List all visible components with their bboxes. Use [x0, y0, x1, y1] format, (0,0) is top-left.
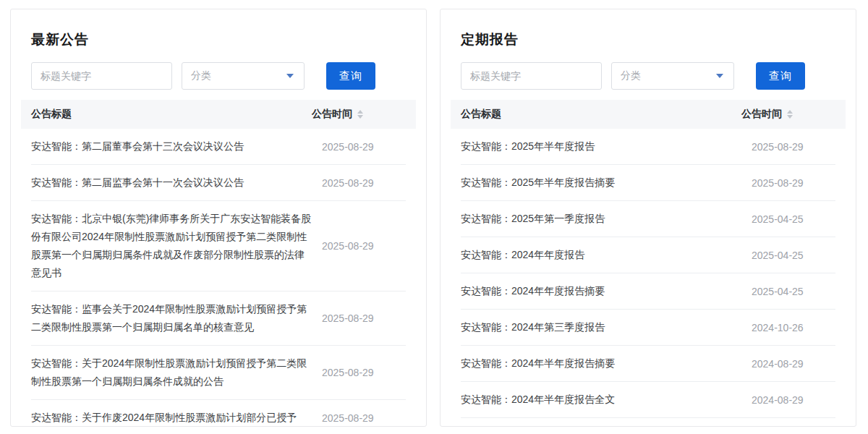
column-header-date-label: 公告时间 — [741, 108, 782, 121]
announcement-date: 2025-08-29 — [322, 240, 406, 252]
column-header-date-label: 公告时间 — [312, 108, 352, 121]
table-header: 公告标题 公告时间 — [451, 100, 846, 129]
panel-title: 定期报告 — [461, 31, 835, 48]
category-select-placeholder: 分类 — [621, 69, 641, 82]
announcement-title[interactable]: 安达智能：2025年第一季度报告 — [461, 210, 752, 228]
announcement-date: 2024-10-26 — [752, 322, 835, 333]
category-select-placeholder: 分类 — [191, 69, 211, 82]
announcement-date: 2025-04-25 — [752, 250, 835, 261]
column-header-title: 公告标题 — [461, 108, 741, 121]
announcement-date: 2025-08-29 — [322, 177, 406, 189]
announcement-date: 2025-04-25 — [752, 286, 835, 297]
announcement-title[interactable]: 安达智能：2025年半年度报告 — [461, 137, 752, 156]
announcement-title[interactable]: 安达智能：监事会关于2024年限制性股票激励计划预留授予第二类限制性股票第一个归… — [31, 300, 322, 336]
table-row[interactable]: 安达智能：2025年半年度报告摘要 2025-08-29 — [461, 165, 835, 201]
table-header: 公告标题 公告时间 — [21, 100, 416, 129]
announcement-date: 2025-08-29 — [322, 412, 406, 424]
column-header-date[interactable]: 公告时间 — [312, 108, 406, 121]
chevron-down-icon — [286, 74, 294, 78]
table-row[interactable]: 安达智能：关于作废2024年限制性股票激励计划部分已授予 2025-08-29 — [31, 400, 406, 427]
category-select[interactable]: 分类 — [611, 62, 734, 90]
announcement-date: 2025-08-29 — [322, 367, 406, 378]
announcement-date: 2024-08-29 — [752, 394, 835, 406]
table-row[interactable]: 安达智能：关于2024年限制性股票激励计划预留授予第二类限制性股票第一个归属期归… — [31, 346, 406, 400]
sort-icon[interactable] — [357, 110, 363, 119]
chevron-down-icon — [716, 74, 723, 78]
announcement-title[interactable]: 安达智能：北京中银(东莞)律师事务所关于广东安达智能装备股份有限公司2024年限… — [31, 210, 322, 282]
announcement-table: 公告标题 公告时间 安达智能：第二届董事会第十三次会议决议公告 2025-08-… — [21, 100, 416, 427]
caret-down-icon — [357, 115, 363, 119]
query-button[interactable]: 查询 — [756, 62, 805, 90]
table-row[interactable]: 安达智能：第二届董事会第十三次会议决议公告 2025-08-29 — [31, 129, 406, 165]
announcement-title[interactable]: 安达智能：关于2024年限制性股票激励计划预留授予第二类限制性股票第一个归属期归… — [31, 354, 322, 391]
column-header-title: 公告标题 — [31, 108, 312, 121]
announcement-title[interactable]: 安达智能：2024年半年度报告摘要 — [461, 354, 752, 373]
announcement-title[interactable]: 安达智能：2024年年度报告摘要 — [461, 282, 752, 300]
table-body: 安达智能：第二届董事会第十三次会议决议公告 2025-08-29 安达智能：第二… — [21, 129, 416, 427]
table-row[interactable]: 安达智能：监事会关于2024年限制性股票激励计划预留授予第二类限制性股票第一个归… — [31, 292, 406, 346]
announcement-date: 2025-08-29 — [322, 312, 406, 324]
table-row[interactable]: 安达智能：2025年第一季度报告 2025-04-25 — [461, 201, 835, 237]
announcement-title[interactable]: 安达智能：2024年半年度报告全文 — [461, 391, 752, 409]
table-row[interactable]: 安达智能：2024年年度报告 2025-04-25 — [461, 237, 835, 273]
announcement-date: 2024-08-29 — [752, 358, 835, 370]
panel: 定期报告 分类 查询 公告标题 公告时间 安达智能：2025年半 — [440, 9, 856, 427]
filter-bar: 分类 查询 — [31, 62, 406, 90]
table-row[interactable]: 安达智能：北京中银(东莞)律师事务所关于广东安达智能装备股份有限公司2024年限… — [31, 201, 406, 292]
announcement-title[interactable]: 安达智能：2024年年度报告 — [461, 246, 752, 264]
table-row[interactable]: 安达智能：2024年半年度报告全文 2024-08-29 — [461, 382, 835, 418]
table-row[interactable]: 安达智能：2025年半年度报告 2025-08-29 — [461, 129, 835, 165]
announcement-date: 2025-04-25 — [752, 213, 835, 225]
table-row[interactable]: 安达智能：2024年第三季度报告 2024-10-26 — [461, 310, 835, 346]
sort-icon[interactable] — [787, 110, 793, 119]
announcement-title[interactable]: 安达智能：关于作废2024年限制性股票激励计划部分已授予 — [31, 409, 322, 427]
keyword-input[interactable] — [461, 62, 602, 90]
column-header-date[interactable]: 公告时间 — [741, 108, 835, 121]
filter-bar: 分类 查询 — [461, 62, 835, 90]
table-row[interactable]: 安达智能：2024年半年度报告摘要 2024-08-29 — [461, 346, 835, 382]
category-select[interactable]: 分类 — [182, 62, 305, 90]
announcement-title[interactable]: 安达智能：2024年第三季度报告 — [461, 318, 752, 336]
announcement-boards: 最新公告 分类 查询 公告标题 公告时间 安达智能：第二届董事会 — [0, 0, 868, 427]
announcement-title[interactable]: 安达智能：2025年半年度报告摘要 — [461, 174, 752, 192]
query-button[interactable]: 查询 — [326, 62, 375, 90]
panel: 最新公告 分类 查询 公告标题 公告时间 安达智能：第二届董事会 — [10, 9, 427, 427]
announcement-date: 2025-08-29 — [322, 141, 406, 153]
announcement-title[interactable]: 安达智能：第二届监事会第十一次会议决议公告 — [31, 174, 322, 192]
announcement-date: 2025-08-29 — [752, 141, 835, 153]
keyword-input[interactable] — [31, 62, 172, 90]
panel-title: 最新公告 — [31, 31, 406, 48]
announcement-title[interactable]: 安达智能：第二届董事会第十三次会议决议公告 — [31, 137, 322, 156]
announcement-table: 公告标题 公告时间 安达智能：2025年半年度报告 2025-08-29 安达智… — [451, 100, 846, 418]
caret-up-icon — [787, 110, 793, 114]
announcement-date: 2025-08-29 — [752, 177, 835, 189]
caret-up-icon — [357, 110, 363, 114]
table-row[interactable]: 安达智能：2024年年度报告摘要 2025-04-25 — [461, 273, 835, 310]
table-row[interactable]: 安达智能：第二届监事会第十一次会议决议公告 2025-08-29 — [31, 165, 406, 201]
table-body: 安达智能：2025年半年度报告 2025-08-29 安达智能：2025年半年度… — [451, 129, 846, 418]
caret-down-icon — [787, 115, 793, 119]
